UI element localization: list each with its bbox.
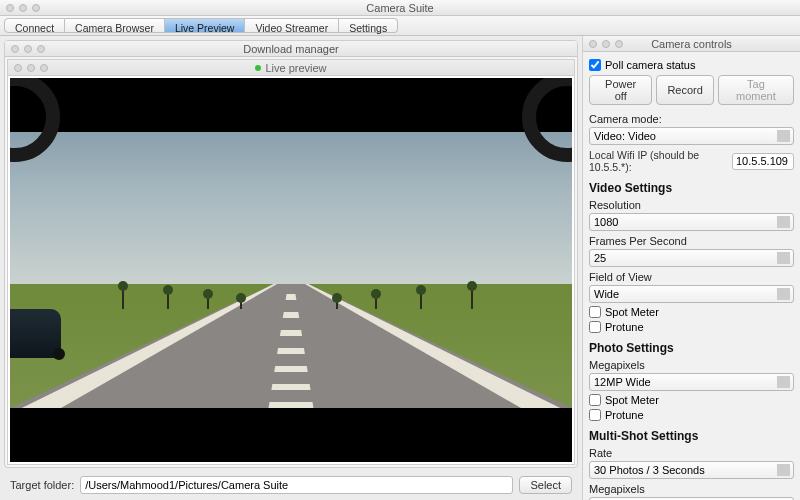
chevron-updown-icon: ▴▾ (784, 465, 788, 477)
record-button[interactable]: Record (656, 75, 713, 105)
camera-controls-panel: Camera controls Poll camera status Power… (582, 36, 800, 500)
video-spot-meter-label: Spot Meter (605, 306, 659, 318)
video-spot-meter-row[interactable]: Spot Meter (589, 306, 794, 318)
camera-mode-label: Camera mode: (589, 113, 794, 125)
select-folder-button[interactable]: Select (519, 476, 572, 494)
poll-status-label: Poll camera status (605, 59, 695, 71)
photo-spot-meter-label: Spot Meter (605, 394, 659, 406)
fps-label: Frames Per Second (589, 235, 794, 247)
close-icon[interactable] (14, 64, 22, 72)
resolution-label: Resolution (589, 199, 794, 211)
power-off-button[interactable]: Power off (589, 75, 652, 105)
controls-traffic-lights[interactable] (589, 40, 623, 48)
target-folder-row: Target folder: Select (4, 468, 578, 500)
video-protune-checkbox[interactable] (589, 321, 601, 333)
tab-live-preview[interactable]: Live Preview (165, 18, 246, 33)
fps-value: 25 (594, 252, 606, 264)
live-preview-label: Live preview (265, 62, 326, 74)
left-pane: Download manager Live preview (0, 36, 582, 500)
camera-mode-select[interactable]: Video: Video ▴▾ (589, 127, 794, 145)
rate-label: Rate (589, 447, 794, 459)
minimize-icon[interactable] (19, 4, 27, 12)
minimize-icon[interactable] (602, 40, 610, 48)
megapixels-value: 12MP Wide (594, 376, 651, 388)
zoom-icon[interactable] (37, 45, 45, 53)
close-icon[interactable] (11, 45, 19, 53)
video-protune-label: Protune (605, 321, 644, 333)
poll-status-row[interactable]: Poll camera status (589, 59, 794, 71)
fps-select[interactable]: 25 ▴▾ (589, 249, 794, 267)
window-traffic-lights[interactable] (6, 4, 40, 12)
tag-moment-button[interactable]: Tag moment (718, 75, 794, 105)
megapixels-label: Megapixels (589, 359, 794, 371)
photo-protune-label: Protune (605, 409, 644, 421)
video-settings-heading: Video Settings (589, 181, 794, 195)
close-icon[interactable] (589, 40, 597, 48)
fov-select[interactable]: Wide ▴▾ (589, 285, 794, 303)
resolution-select[interactable]: 1080 ▴▾ (589, 213, 794, 231)
tab-video-streamer[interactable]: Video Streamer (245, 18, 339, 33)
target-folder-label: Target folder: (10, 479, 74, 491)
tab-settings[interactable]: Settings (339, 18, 398, 33)
camera-mode-value: Video: Video (594, 130, 656, 142)
target-folder-input[interactable] (80, 476, 513, 494)
app-title: Camera Suite (366, 2, 433, 14)
download-manager-titlebar: Download manager (5, 41, 577, 57)
app-titlebar: Camera Suite (0, 0, 800, 16)
zoom-icon[interactable] (615, 40, 623, 48)
resolution-value: 1080 (594, 216, 618, 228)
multishot-megapixels-label: Megapixels (589, 483, 794, 495)
minimize-icon[interactable] (27, 64, 35, 72)
fov-label: Field of View (589, 271, 794, 283)
wifi-ip-input[interactable] (732, 153, 794, 170)
main-tabbar: Connect Camera Browser Live Preview Vide… (0, 16, 800, 36)
rate-value: 30 Photos / 3 Seconds (594, 464, 705, 476)
megapixels-select[interactable]: 12MP Wide ▴▾ (589, 373, 794, 391)
vehicle-in-frame (10, 309, 61, 359)
camera-controls-titlebar: Camera controls (583, 36, 800, 52)
camera-controls-title: Camera controls (651, 38, 732, 50)
photo-settings-heading: Photo Settings (589, 341, 794, 355)
photo-spot-meter-checkbox[interactable] (589, 394, 601, 406)
chevron-updown-icon: ▴▾ (784, 217, 788, 229)
video-protune-row[interactable]: Protune (589, 321, 794, 333)
tab-connect[interactable]: Connect (4, 18, 65, 33)
preview-traffic-lights[interactable] (14, 64, 48, 72)
zoom-icon[interactable] (40, 64, 48, 72)
close-icon[interactable] (6, 4, 14, 12)
tab-camera-browser[interactable]: Camera Browser (65, 18, 165, 33)
live-indicator-icon (255, 65, 261, 71)
chevron-updown-icon: ▴▾ (784, 289, 788, 301)
chevron-updown-icon: ▴▾ (784, 253, 788, 265)
video-spot-meter-checkbox[interactable] (589, 306, 601, 318)
multishot-settings-heading: Multi-Shot Settings (589, 429, 794, 443)
live-preview-titlebar: Live preview (8, 60, 574, 76)
download-manager-title: Download manager (243, 43, 338, 55)
live-preview-video (10, 78, 572, 462)
photo-protune-checkbox[interactable] (589, 409, 601, 421)
zoom-icon[interactable] (32, 4, 40, 12)
photo-spot-meter-row[interactable]: Spot Meter (589, 394, 794, 406)
chevron-updown-icon: ▴▾ (784, 131, 788, 143)
poll-status-checkbox[interactable] (589, 59, 601, 71)
dlwin-traffic-lights[interactable] (11, 45, 45, 53)
download-manager-window: Download manager Live preview (4, 40, 578, 468)
wifi-ip-label: Local Wifi IP (should be 10.5.5.*): (589, 149, 728, 173)
rate-select[interactable]: 30 Photos / 3 Seconds ▴▾ (589, 461, 794, 479)
fov-value: Wide (594, 288, 619, 300)
minimize-icon[interactable] (24, 45, 32, 53)
chevron-updown-icon: ▴▾ (784, 377, 788, 389)
photo-protune-row[interactable]: Protune (589, 409, 794, 421)
